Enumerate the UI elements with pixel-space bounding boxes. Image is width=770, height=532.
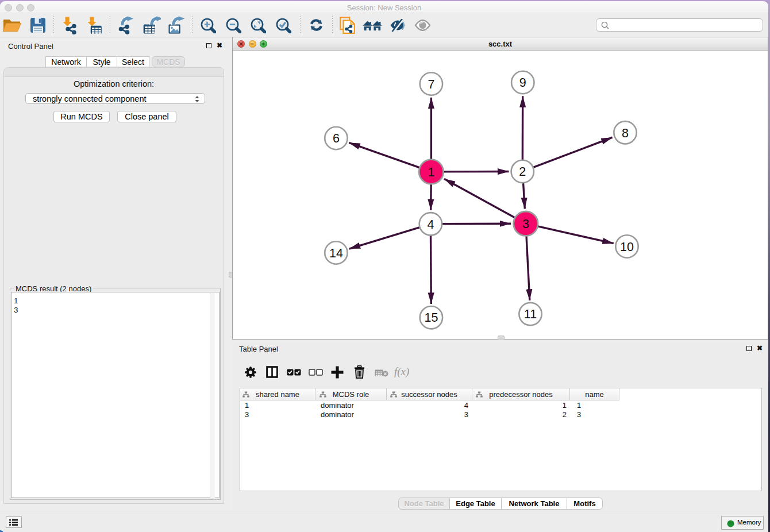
svg-text:3: 3 [522,217,529,231]
svg-text:1: 1 [428,165,434,179]
svg-text:11: 11 [524,307,537,321]
svg-text:14: 14 [329,246,343,260]
svg-text:15: 15 [424,311,438,325]
svg-text:6: 6 [333,132,340,145]
svg-text:9: 9 [519,76,526,90]
svg-text:8: 8 [622,126,629,140]
svg-text:10: 10 [620,240,634,254]
svg-text:4: 4 [427,218,434,232]
svg-text:7: 7 [428,78,434,91]
svg-text:2: 2 [519,165,526,179]
